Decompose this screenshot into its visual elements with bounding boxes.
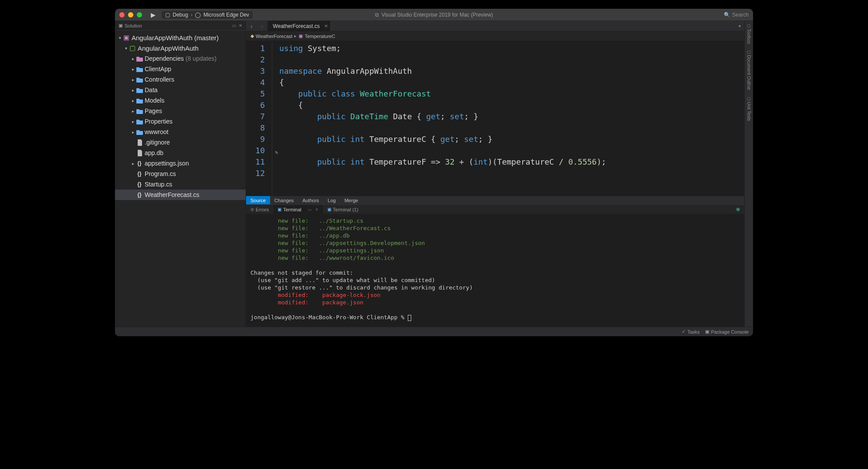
chevron-icon[interactable]: ▸: [130, 98, 136, 103]
browser-icon: ◯: [195, 12, 201, 18]
terminal-icon: ▣: [327, 207, 331, 212]
new-terminal-button[interactable]: ⊕: [732, 207, 744, 212]
folder-icon: [136, 77, 144, 83]
tree-item-label: app.db: [145, 149, 163, 156]
close-tab-icon[interactable]: ✕: [324, 24, 328, 28]
nav-back-button[interactable]: ‹: [246, 23, 257, 30]
terminal-output[interactable]: new file: ../Startup.cs new file: ../Wea…: [246, 214, 744, 327]
tree-item-appsettings-json[interactable]: ▸{}appsettings.json: [115, 158, 246, 169]
maximize-button[interactable]: [137, 12, 142, 17]
terminal-tab[interactable]: ▣Terminal▭✕: [273, 205, 323, 214]
code-lines[interactable]: using System; namespace AngularAppWithAu…: [272, 41, 744, 196]
code-editor[interactable]: 123456789101112 using System; namespace …: [246, 41, 744, 196]
status-bar: ✓Tasks ▣Package Console: [115, 327, 753, 336]
search-input[interactable]: 🔍 Search: [724, 12, 749, 18]
updates-badge: (8 updates): [186, 55, 217, 62]
chevron-icon[interactable]: ▸: [130, 109, 136, 114]
config-target-label: Debug: [173, 12, 188, 18]
rail-document-outline[interactable]: ▢Document Outline: [746, 50, 751, 90]
chevron-icon[interactable]: ▸: [130, 119, 136, 124]
source-tab-merge[interactable]: Merge: [340, 196, 362, 204]
tree-item-angularappwithauth-master-[interactable]: ▾▣AngularAppWithAuth (master): [115, 32, 246, 43]
source-tab-source[interactable]: Source: [246, 196, 270, 204]
tree-item-label: ClientApp: [145, 66, 171, 72]
chevron-icon[interactable]: ▸: [130, 77, 136, 82]
rail-icon: ▢: [747, 97, 751, 101]
source-tab-log[interactable]: Log: [323, 196, 340, 204]
tree-item-data[interactable]: ▸Data: [115, 85, 246, 95]
file-icon: [136, 150, 144, 156]
source-view-tabs: SourceChangesAuthorsLogMerge: [246, 196, 744, 204]
sidebar-close-icon[interactable]: ✕: [239, 23, 242, 28]
source-tab-authors[interactable]: Authors: [298, 196, 323, 204]
chevron-icon[interactable]: ▸: [130, 130, 136, 134]
breadcrumb-member[interactable]: TemperatureC: [305, 34, 335, 39]
tree-item-label: Startup.cs: [145, 181, 172, 188]
chevron-icon[interactable]: ▸: [130, 161, 136, 166]
tree-item-dependencies[interactable]: ▸Dependencies(8 updates): [115, 53, 246, 64]
solution-tree[interactable]: ▾▣AngularAppWithAuth (master)▾▢AngularAp…: [115, 31, 246, 327]
editor-tab[interactable]: WeatherForecast.cs ✕: [267, 21, 330, 31]
minimize-button[interactable]: [128, 12, 133, 17]
chevron-icon[interactable]: ▸: [130, 67, 136, 72]
breadcrumb-class[interactable]: WeatherForecast: [256, 34, 292, 39]
tree-item-label: .gitignore: [145, 139, 170, 146]
terminal-1-tab-label: Terminal (1): [333, 207, 358, 212]
chevron-icon[interactable]: ▾: [117, 35, 123, 40]
terminal-undock-icon[interactable]: ▭: [308, 207, 312, 212]
package-console-label: Package Console: [711, 329, 749, 335]
editor-tab-bar: ‹ › WeatherForecast.cs ✕ ▾: [246, 21, 744, 31]
line-gutter: 123456789101112: [246, 41, 272, 196]
tree-item-wwwroot[interactable]: ▸wwwroot: [115, 127, 246, 137]
cs-icon: {}: [136, 181, 144, 187]
package-console-button[interactable]: ▣Package Console: [705, 329, 749, 335]
run-button[interactable]: ▶: [151, 11, 156, 18]
cs-icon: {}: [136, 171, 144, 177]
chevron-icon[interactable]: ▸: [130, 56, 136, 61]
chevron-icon[interactable]: ▸: [130, 88, 136, 93]
tree-item-startup-cs[interactable]: {}Startup.cs: [115, 179, 246, 190]
search-placeholder: Search: [732, 12, 749, 18]
vs-logo-icon: ⧉: [375, 12, 379, 18]
folder-icon: [136, 129, 144, 135]
errors-tab[interactable]: ⊘Errors: [246, 205, 273, 214]
tree-item-pages[interactable]: ▸Pages: [115, 106, 246, 116]
tasks-button[interactable]: ✓Tasks: [682, 329, 700, 335]
close-button[interactable]: [119, 12, 125, 17]
tree-item-weatherforecast-cs[interactable]: {}WeatherForecast.cs: [115, 190, 246, 200]
rail-unit-tests[interactable]: ▢Unit Tests: [746, 97, 751, 121]
tree-item-label: WeatherForecast.cs: [145, 191, 199, 198]
right-rail: ▢Toolbox▢Document Outline▢Unit Tests: [744, 21, 753, 327]
sidebar-header: ▣ Solution ▭ ✕: [115, 21, 246, 31]
editor-tabs-dropdown[interactable]: ▾: [735, 24, 744, 28]
sidebar-undock-icon[interactable]: ▭: [232, 23, 236, 28]
rail-icon: ▢: [747, 50, 751, 54]
rail-toolbox[interactable]: ▢Toolbox: [746, 24, 751, 44]
cs-icon: {}: [136, 192, 144, 198]
editor-column: ‹ › WeatherForecast.cs ✕ ▾ ◆ WeatherFore…: [246, 21, 744, 327]
tree-item-label: appsettings.json: [145, 160, 189, 167]
terminal-icon: ▣: [278, 207, 281, 212]
chevron-icon[interactable]: ▾: [123, 46, 129, 51]
nav-forward-button[interactable]: ›: [257, 23, 268, 30]
terminal-1-tab[interactable]: ▣Terminal (1): [323, 205, 363, 214]
run-config-selector[interactable]: ▢ Debug › ◯ Microsoft Edge Dev: [162, 11, 253, 19]
tree-item-clientapp[interactable]: ▸ClientApp: [115, 64, 246, 74]
sidebar-title: Solution: [125, 23, 142, 28]
tree-item-program-cs[interactable]: {}Program.cs: [115, 169, 246, 179]
tree-item--gitignore[interactable]: .gitignore: [115, 137, 246, 148]
terminal-close-icon[interactable]: ✕: [315, 207, 319, 212]
tree-item-label: Data: [145, 86, 158, 93]
tree-item-app-db[interactable]: app.db: [115, 148, 246, 158]
tree-item-label: Controllers: [145, 76, 174, 83]
tree-item-properties[interactable]: ▸Properties: [115, 116, 246, 127]
breadcrumb-bar[interactable]: ◆ WeatherForecast ▸ ▣ TemperatureC: [246, 31, 744, 41]
solution-icon: ▣: [118, 23, 123, 28]
tree-item-angularappwithauth[interactable]: ▾▢AngularAppWithAuth: [115, 43, 246, 53]
breadcrumb-separator: ▸: [294, 33, 297, 39]
source-tab-changes[interactable]: Changes: [270, 196, 298, 204]
chevron-right-icon: ›: [191, 12, 192, 18]
tree-item-controllers[interactable]: ▸Controllers: [115, 74, 246, 85]
ide-window: ▶ ▢ Debug › ◯ Microsoft Edge Dev ⧉ Visua…: [115, 9, 753, 336]
tree-item-models[interactable]: ▸Models: [115, 95, 246, 106]
